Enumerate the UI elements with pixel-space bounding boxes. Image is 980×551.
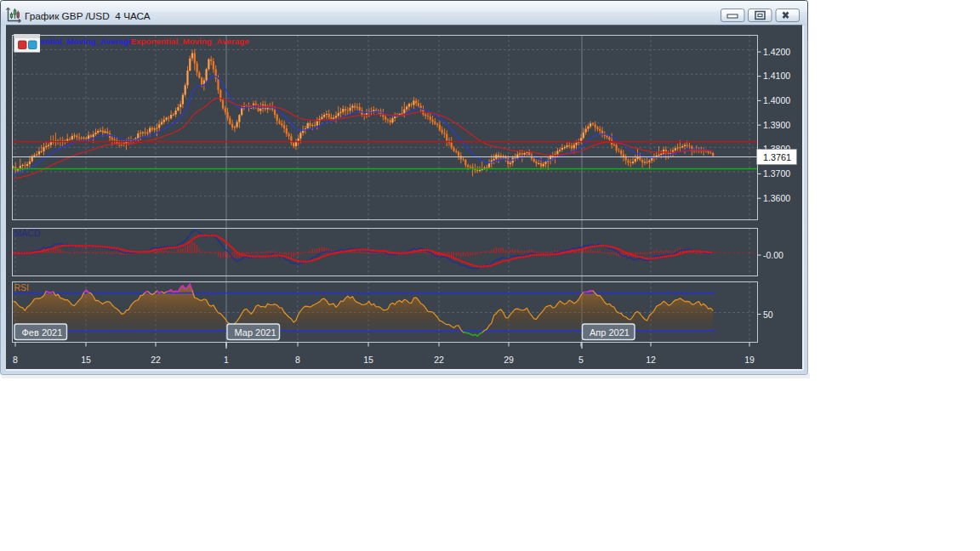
svg-text:Мар 2021: Мар 2021	[235, 327, 276, 338]
svg-text:График GBP /USD 4 ЧАСА: График GBP /USD 4 ЧАСА	[25, 10, 151, 22]
svg-text:8: 8	[295, 355, 300, 365]
svg-text:1.4200: 1.4200	[763, 47, 790, 57]
svg-text:-0.00: -0.00	[763, 250, 783, 260]
svg-text:22: 22	[434, 355, 444, 365]
svg-text:1: 1	[224, 355, 229, 365]
svg-text:Exponential_Moving_Average: Exponential_Moving_Average	[131, 37, 250, 46]
svg-text:1.4100: 1.4100	[763, 71, 790, 81]
svg-text:MACD: MACD	[14, 228, 41, 238]
svg-text:1.3761: 1.3761	[763, 152, 791, 162]
svg-text:1.3600: 1.3600	[763, 193, 790, 203]
svg-text:Апр 2021: Апр 2021	[590, 327, 630, 338]
svg-text:1.4000: 1.4000	[763, 95, 790, 105]
svg-text:ential_Moving_Average: ential_Moving_Average	[40, 37, 134, 46]
svg-text:5: 5	[578, 355, 584, 365]
svg-text:Фев 2021: Фев 2021	[22, 327, 63, 338]
svg-text:19: 19	[744, 355, 755, 365]
svg-text:RSI: RSI	[14, 282, 30, 293]
svg-text:29: 29	[504, 355, 514, 365]
svg-text:1.3700: 1.3700	[763, 168, 790, 179]
svg-text:15: 15	[363, 355, 373, 365]
svg-text:1.3900: 1.3900	[763, 120, 790, 130]
svg-text:22: 22	[151, 355, 161, 365]
svg-text:15: 15	[81, 355, 91, 365]
svg-text:50: 50	[763, 310, 773, 320]
svg-text:12: 12	[646, 355, 656, 365]
svg-text:8: 8	[13, 355, 18, 365]
